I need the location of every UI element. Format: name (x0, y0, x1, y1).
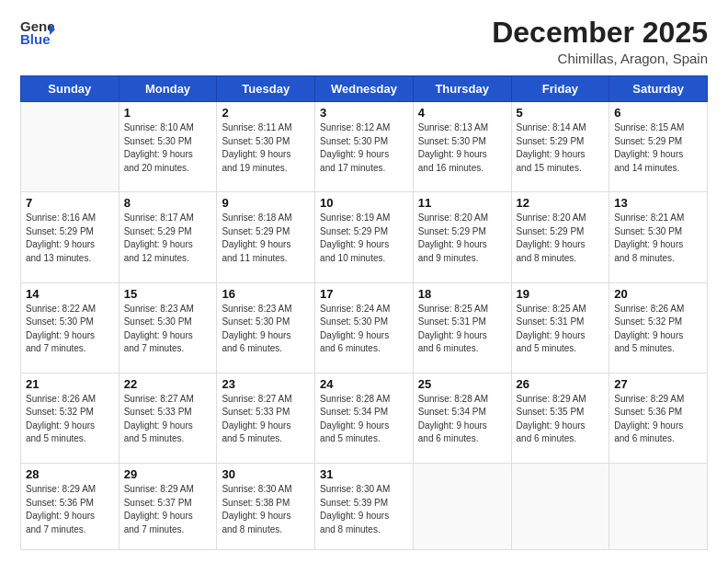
day-number: 11 (418, 196, 506, 210)
cell-content: Sunrise: 8:25 AM Sunset: 5:31 PM Dayligh… (517, 303, 605, 356)
table-row: 4Sunrise: 8:13 AM Sunset: 5:30 PM Daylig… (413, 102, 511, 192)
table-row: 8Sunrise: 8:17 AM Sunset: 5:29 PM Daylig… (119, 192, 217, 282)
table-row: 27Sunrise: 8:29 AM Sunset: 5:36 PM Dayli… (609, 373, 708, 463)
cell-content: Sunrise: 8:30 AM Sunset: 5:39 PM Dayligh… (320, 483, 408, 536)
day-number: 21 (26, 377, 114, 391)
day-number: 18 (418, 287, 506, 301)
cell-content: Sunrise: 8:11 AM Sunset: 5:30 PM Dayligh… (222, 121, 310, 175)
cell-content: Sunrise: 8:15 AM Sunset: 5:29 PM Dayligh… (614, 121, 702, 175)
day-number: 31 (320, 467, 408, 481)
table-row: 25Sunrise: 8:28 AM Sunset: 5:34 PM Dayli… (413, 373, 511, 463)
day-number: 6 (614, 106, 702, 120)
cell-content: Sunrise: 8:29 AM Sunset: 5:35 PM Dayligh… (517, 393, 605, 446)
cell-content: Sunrise: 8:20 AM Sunset: 5:29 PM Dayligh… (517, 212, 605, 265)
day-number: 4 (418, 106, 506, 120)
logo: General Blue (20, 17, 55, 46)
table-row (21, 102, 119, 192)
table-row: 6Sunrise: 8:15 AM Sunset: 5:29 PM Daylig… (609, 102, 708, 192)
day-number: 8 (124, 196, 212, 210)
table-row: 2Sunrise: 8:11 AM Sunset: 5:30 PM Daylig… (217, 102, 315, 192)
day-number: 12 (517, 196, 605, 210)
table-row (511, 464, 609, 550)
cell-content: Sunrise: 8:29 AM Sunset: 5:36 PM Dayligh… (26, 483, 114, 536)
table-row: 23Sunrise: 8:27 AM Sunset: 5:33 PM Dayli… (217, 373, 315, 463)
cell-content: Sunrise: 8:17 AM Sunset: 5:29 PM Dayligh… (124, 212, 212, 265)
table-row: 10Sunrise: 8:19 AM Sunset: 5:29 PM Dayli… (315, 192, 414, 282)
table-row: 15Sunrise: 8:23 AM Sunset: 5:30 PM Dayli… (119, 282, 217, 373)
day-number: 16 (222, 287, 310, 301)
day-number: 1 (124, 106, 212, 120)
header: General Blue December 2025 Chimillas, Ar… (20, 17, 708, 66)
col-monday: Monday (119, 76, 217, 102)
col-friday: Friday (511, 76, 609, 102)
location: Chimillas, Aragon, Spain (492, 51, 708, 66)
cell-content: Sunrise: 8:12 AM Sunset: 5:30 PM Dayligh… (320, 121, 408, 175)
table-row: 26Sunrise: 8:29 AM Sunset: 5:35 PM Dayli… (511, 373, 609, 463)
day-number: 13 (614, 196, 702, 210)
title-block: December 2025 Chimillas, Aragon, Spain (492, 17, 708, 66)
day-number: 19 (517, 287, 605, 301)
day-number: 7 (26, 196, 114, 210)
day-number: 27 (614, 377, 702, 391)
table-row: 12Sunrise: 8:20 AM Sunset: 5:29 PM Dayli… (511, 192, 609, 282)
cell-content: Sunrise: 8:23 AM Sunset: 5:30 PM Dayligh… (124, 303, 212, 356)
cell-content: Sunrise: 8:26 AM Sunset: 5:32 PM Dayligh… (614, 303, 702, 356)
cell-content: Sunrise: 8:30 AM Sunset: 5:38 PM Dayligh… (222, 483, 310, 536)
col-sunday: Sunday (21, 76, 119, 102)
cell-content: Sunrise: 8:29 AM Sunset: 5:37 PM Dayligh… (124, 483, 212, 536)
day-number: 25 (418, 377, 506, 391)
day-number: 3 (320, 106, 408, 120)
col-tuesday: Tuesday (217, 76, 315, 102)
col-thursday: Thursday (413, 76, 511, 102)
table-row: 13Sunrise: 8:21 AM Sunset: 5:30 PM Dayli… (609, 192, 708, 282)
table-row: 22Sunrise: 8:27 AM Sunset: 5:33 PM Dayli… (119, 373, 217, 463)
cell-content: Sunrise: 8:18 AM Sunset: 5:29 PM Dayligh… (222, 212, 310, 265)
cell-content: Sunrise: 8:20 AM Sunset: 5:29 PM Dayligh… (418, 212, 506, 265)
day-number: 20 (614, 287, 702, 301)
day-number: 14 (26, 287, 114, 301)
cell-content: Sunrise: 8:28 AM Sunset: 5:34 PM Dayligh… (418, 393, 506, 446)
table-row (413, 464, 511, 550)
logo-icon: General Blue (20, 17, 55, 46)
cell-content: Sunrise: 8:23 AM Sunset: 5:30 PM Dayligh… (222, 303, 310, 356)
table-row: 3Sunrise: 8:12 AM Sunset: 5:30 PM Daylig… (315, 102, 414, 192)
cell-content: Sunrise: 8:27 AM Sunset: 5:33 PM Dayligh… (124, 393, 212, 446)
day-number: 15 (124, 287, 212, 301)
day-number: 26 (517, 377, 605, 391)
page: General Blue December 2025 Chimillas, Ar… (0, 0, 728, 563)
table-row: 24Sunrise: 8:28 AM Sunset: 5:34 PM Dayli… (315, 373, 414, 463)
table-row: 28Sunrise: 8:29 AM Sunset: 5:36 PM Dayli… (21, 464, 119, 550)
table-row: 19Sunrise: 8:25 AM Sunset: 5:31 PM Dayli… (511, 282, 609, 373)
days-header-row: Sunday Monday Tuesday Wednesday Thursday… (21, 76, 708, 102)
day-number: 17 (320, 287, 408, 301)
table-row: 1Sunrise: 8:10 AM Sunset: 5:30 PM Daylig… (119, 102, 217, 192)
cell-content: Sunrise: 8:22 AM Sunset: 5:30 PM Dayligh… (26, 303, 114, 356)
day-number: 23 (222, 377, 310, 391)
table-row: 31Sunrise: 8:30 AM Sunset: 5:39 PM Dayli… (315, 464, 414, 550)
table-row: 18Sunrise: 8:25 AM Sunset: 5:31 PM Dayli… (413, 282, 511, 373)
table-row: 11Sunrise: 8:20 AM Sunset: 5:29 PM Dayli… (413, 192, 511, 282)
cell-content: Sunrise: 8:19 AM Sunset: 5:29 PM Dayligh… (320, 212, 408, 265)
table-row: 29Sunrise: 8:29 AM Sunset: 5:37 PM Dayli… (119, 464, 217, 550)
table-row: 14Sunrise: 8:22 AM Sunset: 5:30 PM Dayli… (21, 282, 119, 373)
cell-content: Sunrise: 8:13 AM Sunset: 5:30 PM Dayligh… (418, 121, 506, 175)
month-title: December 2025 (492, 17, 708, 49)
day-number: 22 (124, 377, 212, 391)
cell-content: Sunrise: 8:10 AM Sunset: 5:30 PM Dayligh… (124, 121, 212, 175)
day-number: 24 (320, 377, 408, 391)
table-row: 5Sunrise: 8:14 AM Sunset: 5:29 PM Daylig… (511, 102, 609, 192)
day-number: 29 (124, 467, 212, 481)
table-row (609, 464, 708, 550)
table-row: 17Sunrise: 8:24 AM Sunset: 5:30 PM Dayli… (315, 282, 414, 373)
table-row: 20Sunrise: 8:26 AM Sunset: 5:32 PM Dayli… (609, 282, 708, 373)
day-number: 2 (222, 106, 310, 120)
cell-content: Sunrise: 8:29 AM Sunset: 5:36 PM Dayligh… (614, 393, 702, 446)
cell-content: Sunrise: 8:25 AM Sunset: 5:31 PM Dayligh… (418, 303, 506, 356)
day-number: 5 (517, 106, 605, 120)
cell-content: Sunrise: 8:21 AM Sunset: 5:30 PM Dayligh… (614, 212, 702, 265)
svg-text:Blue: Blue (20, 31, 51, 46)
table-row: 9Sunrise: 8:18 AM Sunset: 5:29 PM Daylig… (217, 192, 315, 282)
col-saturday: Saturday (609, 76, 708, 102)
day-number: 28 (26, 467, 114, 481)
cell-content: Sunrise: 8:24 AM Sunset: 5:30 PM Dayligh… (320, 303, 408, 356)
